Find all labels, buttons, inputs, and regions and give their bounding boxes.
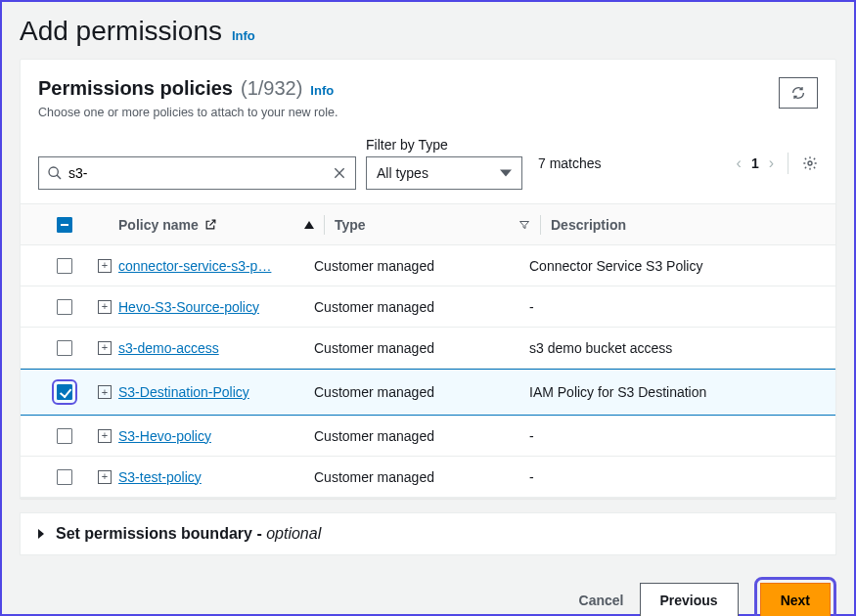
select-all-checkbox[interactable] — [57, 217, 72, 233]
search-input[interactable] — [63, 165, 332, 181]
expand-icon[interactable]: + — [98, 385, 112, 399]
table-row: +s3-demo-accessCustomer manageds3 demo b… — [21, 328, 835, 369]
page-prev-icon[interactable]: ‹ — [737, 154, 742, 172]
expand-icon[interactable]: + — [98, 259, 112, 273]
expand-icon[interactable]: + — [98, 341, 112, 355]
permissions-boundary-toggle[interactable]: Set permissions boundary - optional — [20, 512, 836, 555]
policy-type: Customer managed — [314, 299, 529, 315]
page-header: Add permissions Info — [20, 16, 836, 47]
page-number: 1 — [751, 155, 759, 171]
boundary-title-bold: Set permissions boundary - — [56, 525, 266, 542]
row-checkbox[interactable] — [57, 428, 72, 444]
refresh-button[interactable] — [779, 77, 818, 109]
policies-table: Policy name Type — [21, 203, 835, 498]
policy-name-link[interactable]: S3-Hevo-policy — [118, 428, 211, 444]
match-count: 7 matches — [538, 155, 602, 171]
external-link-icon — [204, 218, 217, 231]
policy-type: Customer managed — [314, 340, 529, 356]
boundary-title-optional: optional — [266, 525, 321, 542]
policy-description: Connector Service S3 Policy — [529, 258, 818, 274]
policy-name-link[interactable]: Hevo-S3-Source-policy — [118, 299, 259, 315]
panel-header: Permissions policies (1/932) Info Choose… — [38, 77, 818, 119]
policy-type: Customer managed — [314, 469, 529, 485]
expand-icon[interactable]: + — [98, 429, 112, 443]
filter-type-select[interactable]: All types — [366, 156, 522, 190]
info-link-header[interactable]: Info — [232, 28, 255, 43]
col-header-type[interactable]: Type — [335, 217, 530, 233]
add-permissions-page: Add permissions Info Permissions policie… — [0, 0, 856, 616]
page-next-icon[interactable]: › — [769, 154, 774, 172]
policy-description: s3 demo bucket access — [529, 340, 818, 356]
filter-type-label: Filter by Type — [366, 137, 522, 153]
cancel-button[interactable]: Cancel — [579, 593, 624, 608]
table-header-row: Policy name Type — [21, 204, 835, 245]
row-checkbox[interactable] — [57, 340, 72, 356]
col-header-name[interactable]: Policy name — [118, 217, 314, 233]
table-row: +S3-Destination-PolicyCustomer managedIA… — [21, 369, 835, 416]
sort-asc-icon — [304, 220, 314, 230]
checkbox-highlight — [52, 379, 77, 405]
policy-description: - — [529, 428, 818, 444]
policy-name-link[interactable]: S3-Destination-Policy — [118, 384, 249, 400]
info-link-panel[interactable]: Info — [310, 83, 334, 98]
next-button-highlight: Next — [754, 577, 836, 616]
table-row: +Hevo-S3-Source-policyCustomer managed- — [21, 286, 835, 328]
table-row: +S3-test-policyCustomer managed- — [21, 457, 835, 498]
filter-row: Filter by Type All types 7 matches ‹ 1 › — [38, 137, 818, 190]
policy-description: - — [529, 469, 818, 485]
svg-point-1 — [808, 161, 812, 165]
policy-description: - — [529, 299, 818, 315]
wizard-footer: Cancel Previous Next — [20, 577, 836, 616]
policy-description: IAM Policy for S3 Destination — [529, 384, 818, 400]
col-header-description[interactable]: Description — [551, 217, 818, 233]
policy-name-link[interactable]: connector-service-s3-p… — [118, 258, 271, 274]
caret-right-icon — [36, 529, 46, 539]
page-title: Add permissions — [20, 16, 222, 47]
pagination: ‹ 1 › — [737, 153, 818, 174]
policy-type: Customer managed — [314, 258, 529, 274]
search-icon — [47, 165, 63, 181]
row-checkbox[interactable] — [57, 469, 72, 485]
permissions-policies-panel: Permissions policies (1/932) Info Choose… — [20, 59, 836, 499]
next-button[interactable]: Next — [760, 583, 831, 616]
search-input-wrap[interactable] — [38, 156, 356, 190]
filter-type-value: All types — [377, 165, 428, 181]
settings-icon[interactable] — [802, 155, 818, 171]
row-checkbox[interactable] — [57, 384, 72, 400]
filter-icon — [518, 219, 530, 231]
expand-icon[interactable]: + — [98, 300, 112, 314]
panel-count: (1/932) — [241, 77, 302, 100]
previous-button[interactable]: Previous — [640, 583, 739, 616]
table-row: +S3-Hevo-policyCustomer managed- — [21, 416, 835, 457]
panel-subtitle: Choose one or more policies to attach to… — [38, 106, 338, 119]
expand-icon[interactable]: + — [98, 470, 112, 484]
refresh-icon — [790, 85, 806, 101]
panel-title: Permissions policies — [38, 77, 233, 100]
policy-name-link[interactable]: S3-test-policy — [118, 469, 202, 485]
caret-down-icon — [500, 167, 512, 179]
table-row: +connector-service-s3-p…Customer managed… — [21, 245, 835, 286]
row-checkbox[interactable] — [57, 299, 72, 315]
policy-name-link[interactable]: s3-demo-access — [118, 340, 219, 356]
row-checkbox[interactable] — [57, 258, 72, 274]
divider — [788, 153, 788, 174]
policy-type: Customer managed — [314, 384, 529, 400]
clear-search-icon[interactable] — [332, 165, 347, 181]
svg-point-0 — [49, 167, 58, 176]
policy-type: Customer managed — [314, 428, 529, 444]
